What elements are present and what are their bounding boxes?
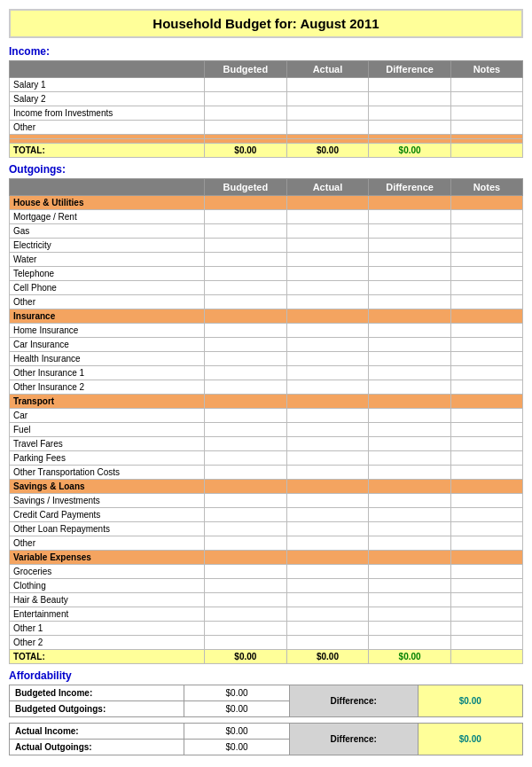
table-row: Mortgage / Rent bbox=[10, 210, 523, 224]
table-row: Salary 2 bbox=[10, 92, 523, 106]
table-row: Other Transportation Costs bbox=[10, 466, 523, 480]
table-row: Car Insurance bbox=[10, 338, 523, 352]
page-title: Household Budget for: August 2011 bbox=[9, 9, 523, 38]
table-row: Savings / Investments bbox=[10, 494, 523, 508]
out-header-difference: Difference bbox=[369, 179, 451, 196]
actual-outgoings-label: Actual Outgoings: bbox=[10, 740, 184, 755]
table-row: Other bbox=[10, 295, 523, 309]
income-actual-salary1 bbox=[286, 78, 369, 92]
table-row: Other 2 bbox=[10, 636, 523, 650]
income-row-salary2: Salary 2 bbox=[10, 92, 205, 106]
income-row-salary1: Salary 1 bbox=[10, 78, 205, 92]
table-row: Entertainment bbox=[10, 607, 523, 622]
afford-budgeted-income-row: Budgeted Income: $0.00 Difference: $0.00 bbox=[10, 685, 523, 701]
table-row: Groceries bbox=[10, 565, 523, 579]
outgoings-section-label: Outgoings: bbox=[9, 163, 523, 176]
outgoings-total-row: TOTAL: $0.00 $0.00 $0.00 bbox=[10, 650, 523, 664]
table-row: Other Insurance 2 bbox=[10, 380, 523, 395]
table-row: Cell Phone bbox=[10, 281, 523, 295]
afford-actual-income-row: Actual Income: $0.00 Difference: $0.00 bbox=[10, 724, 523, 740]
income-total-label: TOTAL: bbox=[10, 144, 205, 158]
spacer-row bbox=[10, 717, 523, 724]
table-row: Gas bbox=[10, 224, 523, 239]
table-row: Water bbox=[10, 253, 523, 267]
table-row: Other Loan Repayments bbox=[10, 522, 523, 536]
out-group-transport: Transport bbox=[10, 395, 523, 409]
income-total-diff: $0.00 bbox=[369, 144, 451, 158]
outgoings-table: Budgeted Actual Difference Notes House &… bbox=[9, 178, 523, 664]
affordability-table: Budgeted Income: $0.00 Difference: $0.00… bbox=[9, 685, 523, 755]
out-group-house: House & Utilities bbox=[10, 196, 523, 210]
outgoings-total-actual: $0.00 bbox=[286, 650, 369, 664]
table-row: Health Insurance bbox=[10, 352, 523, 366]
budgeted-diff-value: $0.00 bbox=[418, 685, 522, 717]
income-budgeted-salary1 bbox=[205, 78, 287, 92]
actual-income-value: $0.00 bbox=[184, 724, 289, 740]
budgeted-income-label: Budgeted Income: bbox=[10, 685, 184, 701]
budgeted-diff-label: Difference: bbox=[289, 685, 418, 717]
income-header-actual: Actual bbox=[286, 61, 369, 78]
affordability-section-label: Affordability bbox=[9, 669, 523, 682]
table-row: Electricity bbox=[10, 239, 523, 253]
out-header-actual: Actual bbox=[286, 179, 369, 196]
budgeted-outgoings-label: Budgeted Outgoings: bbox=[10, 701, 184, 717]
out-group-insurance: Insurance bbox=[10, 309, 523, 324]
budgeted-outgoings-value: $0.00 bbox=[184, 701, 289, 717]
actual-outgoings-value: $0.00 bbox=[184, 740, 289, 755]
table-row: Credit Card Payments bbox=[10, 508, 523, 522]
actual-diff-label: Difference: bbox=[289, 724, 418, 755]
table-row: Other bbox=[10, 536, 523, 551]
actual-income-label: Actual Income: bbox=[10, 724, 184, 740]
income-header-label bbox=[10, 61, 205, 78]
income-row-investments: Income from Investments bbox=[10, 106, 205, 121]
table-row: Telephone bbox=[10, 267, 523, 281]
income-total-actual: $0.00 bbox=[286, 144, 369, 158]
income-total-row: TOTAL: $0.00 $0.00 $0.00 bbox=[10, 144, 523, 158]
table-row: Other bbox=[10, 121, 523, 135]
income-diff-salary1 bbox=[369, 78, 451, 92]
table-row: Home Insurance bbox=[10, 324, 523, 338]
out-group-savings: Savings & Loans bbox=[10, 480, 523, 494]
income-header-difference: Difference bbox=[369, 61, 451, 78]
table-row: Car bbox=[10, 409, 523, 423]
table-row: Clothing bbox=[10, 579, 523, 593]
table-row: Other 1 bbox=[10, 622, 523, 636]
out-header-notes: Notes bbox=[450, 179, 522, 196]
table-row: Hair & Beauty bbox=[10, 593, 523, 607]
table-row: Other Insurance 1 bbox=[10, 366, 523, 380]
table-row: Income from Investments bbox=[10, 106, 523, 121]
outgoings-total-diff: $0.00 bbox=[369, 650, 451, 664]
out-group-variable: Variable Expenses bbox=[10, 551, 523, 565]
table-row: Parking Fees bbox=[10, 451, 523, 466]
income-total-budgeted: $0.00 bbox=[205, 144, 287, 158]
income-notes-salary1 bbox=[450, 78, 522, 92]
house-group-label: House & Utilities bbox=[10, 196, 205, 210]
out-header-budgeted: Budgeted bbox=[205, 179, 287, 196]
income-table: Budgeted Actual Difference Notes Salary … bbox=[9, 60, 523, 158]
table-row: Travel Fares bbox=[10, 437, 523, 451]
budgeted-income-value: $0.00 bbox=[184, 685, 289, 701]
outgoings-total-label: TOTAL: bbox=[10, 650, 205, 664]
income-header-budgeted: Budgeted bbox=[205, 61, 287, 78]
actual-diff-value: $0.00 bbox=[418, 724, 522, 755]
outgoings-total-budgeted: $0.00 bbox=[205, 650, 287, 664]
table-row: Salary 1 bbox=[10, 78, 523, 92]
table-row: Fuel bbox=[10, 423, 523, 437]
income-section-label: Income: bbox=[9, 45, 523, 58]
income-header-notes: Notes bbox=[450, 61, 522, 78]
income-row-other: Other bbox=[10, 121, 205, 135]
